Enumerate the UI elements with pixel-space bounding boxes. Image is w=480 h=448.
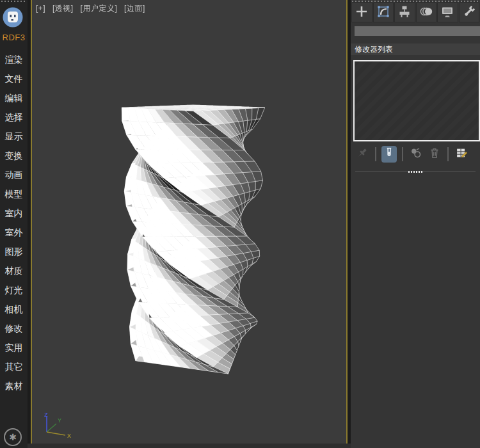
axis-z-label: Z [44,412,48,418]
toolbar-separator [447,147,449,161]
axis-gizmo: Z Y X [38,412,78,438]
viewport-label: [+] [透视] [用户定义] [边面] [36,3,150,14]
brand-label: RDF3 [0,33,28,42]
robot-logo-icon [2,6,24,28]
configure-modifier-sets-button[interactable] [454,146,469,163]
plus-icon [354,4,369,22]
object-name-field[interactable] [355,26,480,36]
make-unique-button[interactable] [408,146,424,163]
toolbar-separator [402,147,403,161]
sidebar-item-6[interactable]: 动画 [0,165,28,184]
sidebar: RDF3 渲染文件编辑选择显示变换动画模型室内室外图形材质灯光相机修改实用其它素… [0,0,28,448]
command-panel: 修改器列表 [351,0,480,448]
viewport-menu-button[interactable]: [+] [36,4,45,13]
command-panel-tabs [351,3,479,22]
sidebar-item-9[interactable]: 室外 [0,223,28,242]
test-tube-icon [382,146,396,163]
sidebar-item-8[interactable]: 室内 [0,204,28,223]
axis-y-label: Y [58,417,61,424]
splitter-grip-dots [408,171,422,173]
show-end-result-button[interactable] [381,146,397,163]
stack-toolbar [355,145,480,163]
sidebar-item-2[interactable]: 编辑 [0,88,28,108]
sidebar-item-11[interactable]: 材质 [0,261,28,280]
sidebar-item-3[interactable]: 选择 [0,108,28,127]
sidebar-item-13[interactable]: 相机 [0,300,28,319]
sidebar-item-14[interactable]: 修改 [0,319,28,338]
app-window: RDF3 渲染文件编辑选择显示变换动画模型室内室外图形材质灯光相机修改实用其它素… [0,0,480,448]
modifier-list-dropdown[interactable]: 修改器列表 [351,44,480,55]
panel-tab-modify[interactable] [373,3,394,22]
panel-tab-hierarchy[interactable] [394,3,415,22]
sidebar-item-7[interactable]: 模型 [0,184,28,204]
sidebar-item-1[interactable]: 文件 [0,69,28,88]
sidebar-item-0[interactable]: 渲染 [0,50,28,69]
perspective-viewport: [+] [透视] [用户定义] [边面] Z Y X [32,0,346,444]
app-logo-button[interactable] [2,6,24,28]
trash-icon [428,146,442,163]
hierarchy-icon [397,4,412,22]
motion-icon [419,4,434,22]
sidebar-menu: 渲染文件编辑选择显示变换动画模型室内室外图形材质灯光相机修改实用其它素材 [0,50,28,396]
sidebar-item-16[interactable]: 其它 [0,357,28,376]
modify-icon [376,4,391,22]
axis-x-label: X [67,433,71,438]
panel-tab-motion[interactable] [416,3,437,22]
sidebar-item-10[interactable]: 图形 [0,242,28,261]
viewport-pov-button[interactable]: [用户定义] [81,4,118,13]
grid-pencil-icon [454,146,468,163]
viewport-canvas[interactable] [32,0,346,444]
sidebar-item-12[interactable]: 灯光 [0,280,28,300]
modifier-list-label: 修改器列表 [355,45,393,54]
display-icon [440,4,455,22]
sidebar-item-15[interactable]: 实用 [0,338,28,357]
viewport-bottom-strip [28,444,351,448]
sidebar-item-17[interactable]: 素材 [0,376,28,396]
pin-stack-button[interactable] [355,146,370,163]
panel-tab-display[interactable] [437,3,458,22]
pin-icon [355,146,369,163]
sidebar-item-4[interactable]: 显示 [0,127,28,146]
viewport-shading-button[interactable]: [边面] [124,4,145,13]
sidebar-item-5[interactable]: 变换 [0,146,28,165]
panel-drag-handle[interactable] [352,1,479,2]
viewport-view-button[interactable]: [透视] [52,4,74,13]
toolbar-separator [375,147,376,161]
remove-modifier-button[interactable] [427,146,442,163]
sidebar-settings-button[interactable]: ✱ [4,428,22,446]
panel-tab-utilities[interactable] [459,3,480,22]
panel-splitter[interactable] [355,172,476,172]
panel-tab-create[interactable] [351,3,372,22]
modifier-stack[interactable] [353,60,480,141]
make-unique-icon [409,146,423,163]
wrench-icon [461,4,477,22]
sidebar-drag-handle[interactable] [1,1,26,2]
